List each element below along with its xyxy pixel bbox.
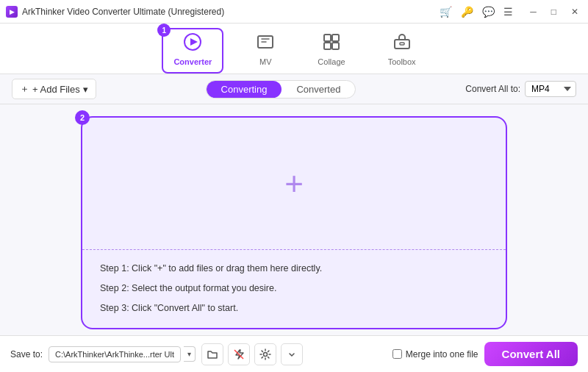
convert-all-to: Convert All to: MP4 MKV MOV AVI WMV [465,81,576,97]
maximize-button[interactable]: □ [548,5,560,18]
title-bar-icons: 🛒 🔑 💬 ☰ [440,6,513,18]
caret-button[interactable] [281,343,303,365]
nav-toolbox[interactable]: Toolbox [378,29,426,72]
chat-icon[interactable]: 💬 [482,6,495,18]
svg-point-10 [264,352,268,356]
save-path-input[interactable] [49,346,181,362]
svg-rect-3 [324,35,331,41]
convert-all-to-label: Convert All to: [465,84,520,94]
tab-group: Converting Converted [206,80,356,99]
svg-rect-6 [332,43,339,49]
nav-mv[interactable]: MV [245,29,285,72]
app-icon: ▶ [6,6,18,18]
open-folder-button[interactable] [201,343,223,365]
instruction-3: Step 3: Click "Convert All" to start. [100,301,488,315]
cart-icon[interactable]: 🛒 [440,6,452,18]
bottom-bar: Save to: ▾ Merge into on [0,335,588,372]
title-bar-right: 🛒 🔑 💬 ☰ ─ □ ✕ [440,5,582,18]
instruction-2: Step 2: Select the output format you des… [100,282,488,296]
converter-badge: 1 [157,24,171,37]
add-files-button[interactable]: ＋ + Add Files ▾ [12,79,96,99]
merge-label: Merge into one file [406,349,478,360]
toolbar: ＋ + Add Files ▾ Converting Converted Con… [0,74,588,104]
title-bar: ▶ ArkThinker Video Converter Ultimate (U… [0,0,588,24]
svg-marker-1 [190,38,198,46]
nav-bar: 1 Converter MV Collage [0,24,588,74]
minimize-button[interactable]: ─ [526,5,540,18]
svg-rect-7 [395,40,409,49]
converter-icon [183,32,202,56]
format-select[interactable]: MP4 MKV MOV AVI WMV [525,81,576,97]
nav-converter[interactable]: 1 Converter [162,28,223,74]
collage-label: Collage [318,57,345,66]
app-title: ArkThinker Video Converter Ultimate (Unr… [22,7,224,17]
converter-label: Converter [173,57,212,66]
svg-rect-5 [324,43,331,49]
dropzone-badge: 2 [75,110,90,125]
svg-rect-4 [332,35,339,41]
instruction-1: Step 1: Click "+" to add files or drag t… [100,262,488,276]
mv-label: MV [259,57,272,66]
add-files-label: + Add Files [32,84,80,95]
drop-area[interactable]: + [82,118,506,250]
merge-checkbox-input[interactable] [392,349,402,359]
convert-all-button[interactable]: Convert All [484,342,578,366]
mv-icon [256,32,275,56]
main-content: 2 + Step 1: Click "+" to add files or dr… [0,104,588,335]
title-bar-left: ▶ ArkThinker Video Converter Ultimate (U… [6,6,224,18]
merge-checkbox[interactable]: Merge into one file [392,349,478,360]
flash-off-button[interactable] [228,343,250,365]
toolbox-icon [392,32,412,56]
svg-rect-8 [400,43,404,45]
tab-converting[interactable]: Converting [207,81,282,98]
menu-icon[interactable]: ☰ [503,6,513,18]
settings-button[interactable] [254,343,276,365]
instructions: Step 1: Click "+" to add files or drag t… [82,250,506,328]
save-to-label: Save to: [10,349,43,360]
plus-icon: ＋ [20,82,29,96]
tab-converted[interactable]: Converted [282,81,355,98]
add-files-dropdown-arrow: ▾ [83,84,88,95]
drop-zone[interactable]: 2 + Step 1: Click "+" to add files or dr… [81,116,507,329]
drop-plus-icon: + [284,168,304,200]
toolbox-label: Toolbox [388,57,416,66]
bottom-icons [201,343,303,365]
close-button[interactable]: ✕ [567,5,582,18]
nav-collage[interactable]: Collage [307,29,355,72]
path-dropdown-button[interactable]: ▾ [184,346,196,362]
key-icon[interactable]: 🔑 [461,6,473,18]
collage-icon [322,32,341,56]
